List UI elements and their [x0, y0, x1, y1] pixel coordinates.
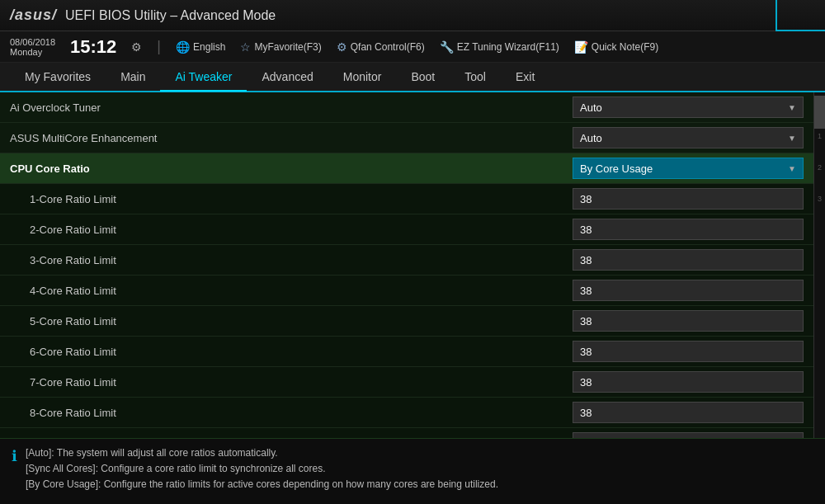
language-selector[interactable]: 🌐 English — [176, 40, 225, 54]
nav-main[interactable]: Main — [106, 63, 160, 91]
language-label: English — [193, 41, 225, 53]
7-core-ratio-input[interactable]: 38 — [573, 371, 804, 393]
8-core-ratio-value: 38 — [573, 402, 804, 423]
globe-icon: 🌐 — [176, 40, 190, 54]
cyan-corner-decoration — [776, 0, 825, 31]
8-core-ratio-label: 8-Core Ratio Limit — [30, 407, 573, 419]
subheader-bar: 08/06/2018 Monday 15:12 ⚙ | 🌐 English ☆ … — [0, 31, 825, 63]
setting-multicore-enhancement: ASUS MultiCore Enhancement Auto ▼ — [0, 123, 813, 153]
3-core-ratio-input[interactable]: 38 — [573, 249, 804, 271]
6-core-ratio-label: 6-Core Ratio Limit — [30, 346, 573, 358]
setting-2-core-ratio: 2-Core Ratio Limit 38 — [0, 214, 813, 245]
multicore-value: Auto ▼ — [573, 127, 804, 148]
1-core-ratio-value: 38 — [573, 188, 804, 210]
8-core-ratio-input[interactable]: 38 — [573, 402, 804, 423]
header-bar: /asus/ UEFI BIOS Utility – Advanced Mode — [0, 0, 825, 31]
3-core-ratio-value: 38 — [573, 249, 804, 271]
scroll-number-1: 1 — [818, 132, 823, 140]
qfan-label: Qfan Control(F6) — [351, 41, 425, 53]
nav-my-favorites[interactable]: My Favorites — [10, 63, 106, 91]
setting-6-core-ratio: 6-Core Ratio Limit 38 — [0, 337, 813, 367]
main-content: Ai Overclock Tuner Auto ▼ ASUS MultiCore… — [0, 92, 825, 438]
qfan-control-button[interactable]: ⚙ Qfan Control(F6) — [337, 40, 425, 54]
4-core-ratio-value: 38 — [573, 280, 804, 301]
scroll-number-3: 3 — [818, 195, 823, 203]
cpu-core-ratio-dropdown-value: By Core Usage — [580, 163, 653, 175]
scrollbar[interactable]: 1 2 3 — [813, 92, 825, 438]
quick-note-label: Quick Note(F9) — [592, 41, 658, 53]
tuning-icon: 🔧 — [440, 40, 454, 54]
divider: | — [157, 38, 161, 55]
multicore-label: ASUS MultiCore Enhancement — [10, 132, 573, 144]
5-core-ratio-label: 5-Core Ratio Limit — [30, 315, 573, 327]
7-core-ratio-label: 7-Core Ratio Limit — [30, 376, 573, 389]
5-core-ratio-value: 38 — [573, 310, 804, 332]
9-core-ratio-input[interactable]: 38 — [573, 432, 804, 438]
quick-note-button[interactable]: 📝 Quick Note(F9) — [574, 40, 658, 54]
cpu-core-ratio-label: CPU Core Ratio — [10, 163, 573, 175]
5-core-ratio-input[interactable]: 38 — [573, 310, 804, 332]
2-core-ratio-label: 2-Core Ratio Limit — [30, 224, 573, 236]
scroll-thumb[interactable] — [814, 96, 825, 129]
4-core-ratio-input[interactable]: 38 — [573, 280, 804, 301]
nav-ai-tweaker[interactable]: Ai Tweaker — [160, 64, 247, 92]
9-core-ratio-label: 9-Core Ratio Limit — [30, 437, 573, 439]
settings-gear-icon[interactable]: ⚙ — [131, 40, 142, 54]
multicore-dropdown[interactable]: Auto ▼ — [573, 127, 804, 148]
ai-overclock-dropdown[interactable]: Auto ▼ — [573, 97, 804, 118]
setting-8-core-ratio: 8-Core Ratio Limit 38 — [0, 398, 813, 428]
setting-cpu-core-ratio: CPU Core Ratio By Core Usage ▼ — [0, 153, 813, 184]
7-core-ratio-value: 38 — [573, 371, 804, 393]
nav-monitor[interactable]: Monitor — [328, 63, 397, 91]
ai-overclock-value: Auto ▼ — [573, 97, 804, 118]
ai-overclock-dropdown-value: Auto — [580, 101, 602, 114]
1-core-ratio-label: 1-Core Ratio Limit — [30, 193, 573, 205]
footer-line-2: [Sync All Cores]: Configure a core ratio… — [26, 461, 498, 477]
myfavorite-button[interactable]: ☆ MyFavorite(F3) — [240, 40, 321, 54]
ai-overclock-label: Ai Overclock Tuner — [10, 101, 573, 114]
nav-exit[interactable]: Exit — [501, 63, 549, 91]
multicore-dropdown-value: Auto — [580, 132, 602, 144]
dropdown-arrow-icon: ▼ — [788, 103, 796, 112]
date-text: 08/06/2018 — [10, 37, 55, 47]
cpu-core-ratio-value: By Core Usage ▼ — [573, 158, 804, 179]
nav-tool[interactable]: Tool — [450, 63, 501, 91]
cpu-core-ratio-dropdown[interactable]: By Core Usage ▼ — [573, 158, 804, 179]
asus-logo: /asus/ — [10, 7, 57, 24]
nav-boot[interactable]: Boot — [396, 63, 450, 91]
day-text: Monday — [10, 47, 55, 57]
nav-menu: My Favorites Main Ai Tweaker Advanced Mo… — [0, 63, 825, 92]
info-icon: ℹ — [12, 447, 17, 465]
scroll-number-2: 2 — [818, 163, 823, 172]
9-core-ratio-value: 38 — [573, 432, 804, 438]
6-core-ratio-input[interactable]: 38 — [573, 341, 804, 362]
setting-1-core-ratio: 1-Core Ratio Limit 38 — [0, 184, 813, 214]
setting-ai-overclock-tuner: Ai Overclock Tuner Auto ▼ — [0, 92, 813, 123]
nav-advanced[interactable]: Advanced — [247, 63, 328, 91]
setting-4-core-ratio: 4-Core Ratio Limit 38 — [0, 276, 813, 306]
settings-panel: Ai Overclock Tuner Auto ▼ ASUS MultiCore… — [0, 92, 813, 438]
note-icon: 📝 — [574, 40, 588, 54]
1-core-ratio-input[interactable]: 38 — [573, 188, 804, 210]
dropdown-arrow-icon: ▼ — [788, 134, 796, 143]
2-core-ratio-value: 38 — [573, 219, 804, 240]
setting-3-core-ratio: 3-Core Ratio Limit 38 — [0, 245, 813, 276]
title-text: UEFI BIOS Utility – Advanced Mode — [65, 8, 276, 23]
6-core-ratio-value: 38 — [573, 341, 804, 362]
fan-icon: ⚙ — [337, 40, 347, 54]
setting-7-core-ratio: 7-Core Ratio Limit 38 — [0, 367, 813, 398]
ez-tuning-button[interactable]: 🔧 EZ Tuning Wizard(F11) — [440, 40, 559, 54]
dropdown-arrow-teal-icon: ▼ — [788, 164, 796, 173]
footer-line-1: [Auto]: The system will adjust all core … — [26, 445, 498, 461]
footer-info: ℹ [Auto]: The system will adjust all cor… — [0, 438, 825, 504]
4-core-ratio-label: 4-Core Ratio Limit — [30, 285, 573, 297]
date-display: 08/06/2018 Monday — [10, 37, 55, 57]
time-display: 15:12 — [70, 36, 116, 58]
logo-area: /asus/ UEFI BIOS Utility – Advanced Mode — [10, 7, 276, 24]
setting-9-core-ratio: 9-Core Ratio Limit 38 — [0, 428, 813, 438]
3-core-ratio-label: 3-Core Ratio Limit — [30, 254, 573, 266]
2-core-ratio-input[interactable]: 38 — [573, 219, 804, 240]
favorite-icon: ☆ — [240, 40, 251, 54]
footer-text: [Auto]: The system will adjust all core … — [26, 445, 498, 493]
setting-5-core-ratio: 5-Core Ratio Limit 38 — [0, 306, 813, 337]
